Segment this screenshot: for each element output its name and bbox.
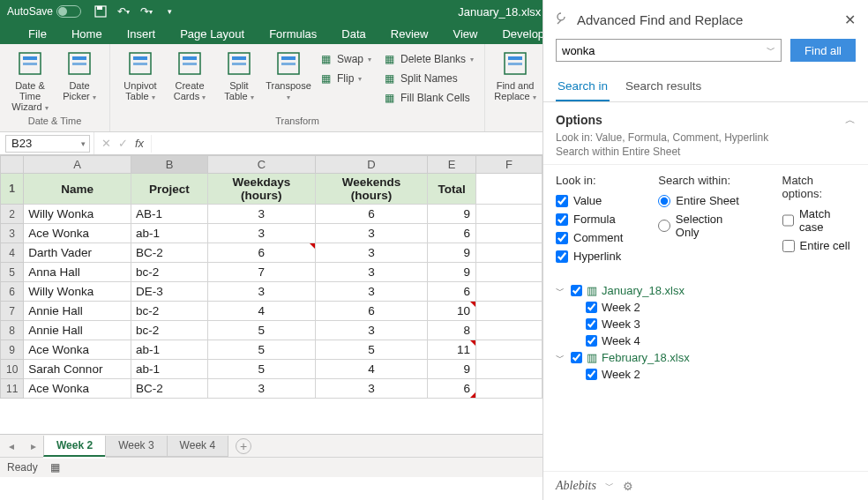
cell[interactable]: ab-1 <box>131 360 207 379</box>
row-header[interactable]: 8 <box>1 321 24 340</box>
cell[interactable] <box>475 282 542 302</box>
cell[interactable]: ab-1 <box>131 340 207 360</box>
tab-view[interactable]: View <box>440 24 490 44</box>
col-header[interactable]: E <box>428 156 476 174</box>
macro-record-icon[interactable]: ▦ <box>50 461 60 474</box>
cell[interactable]: 3 <box>315 263 428 282</box>
cell[interactable]: 3 <box>208 224 316 243</box>
sheet-tab[interactable]: Week 2 <box>43 436 106 457</box>
row-header[interactable]: 6 <box>1 282 24 302</box>
cell[interactable]: ab-1 <box>131 224 207 243</box>
cell[interactable]: 3 <box>315 379 428 399</box>
search-input[interactable] <box>562 44 767 57</box>
row-header[interactable]: 1 <box>1 174 24 205</box>
search-box[interactable]: ﹀ <box>556 39 782 62</box>
cell[interactable]: 6 <box>315 302 428 321</box>
options-section[interactable]: ︿ Options Look in: Value, Formula, Comme… <box>543 102 868 165</box>
chevron-down-icon[interactable]: ﹀ <box>556 285 566 297</box>
cell[interactable]: 4 <box>208 302 316 321</box>
tree-file[interactable]: ﹀▥February_18.xlsx <box>556 349 856 366</box>
cell[interactable] <box>475 321 542 340</box>
cell[interactable]: 9 <box>428 360 476 379</box>
cell[interactable] <box>475 205 542 224</box>
pane-tab[interactable]: Search results <box>624 76 703 101</box>
row-header[interactable]: 7 <box>1 302 24 321</box>
cell[interactable]: 4 <box>315 360 428 379</box>
fx-icon[interactable]: fx <box>135 137 144 150</box>
cell[interactable]: Willy Wonka <box>24 205 131 224</box>
cell[interactable] <box>475 379 542 399</box>
row-header[interactable]: 9 <box>1 340 24 360</box>
header-cell[interactable]: Weekends (hours) <box>315 174 428 205</box>
cell[interactable]: 5 <box>208 360 316 379</box>
header-cell[interactable]: Weekdays (hours) <box>208 174 316 205</box>
cell[interactable]: 10 <box>428 302 476 321</box>
cell[interactable]: 3 <box>208 205 316 224</box>
tree-sheet[interactable]: Week 3 <box>556 316 856 332</box>
search-dropdown-icon[interactable]: ﹀ <box>767 44 775 56</box>
cell[interactable] <box>475 340 542 360</box>
lookin-comment[interactable]: Comment <box>556 231 623 244</box>
ribbon-btn-flip[interactable]: ▦Flip ▾ <box>317 69 373 88</box>
name-box[interactable]: B23 <box>5 135 90 153</box>
tree-file[interactable]: ﹀▥January_18.xlsx <box>556 282 856 299</box>
cancel-icon[interactable]: ✕ <box>101 137 111 150</box>
ribbon-btn-split-names[interactable]: ▦Split Names <box>380 69 475 88</box>
tab-insert[interactable]: Insert <box>115 24 168 44</box>
cell[interactable]: 3 <box>315 243 428 263</box>
cell[interactable] <box>475 224 542 243</box>
redo-icon[interactable]: ↷ ▾ <box>139 4 153 19</box>
cell[interactable]: BC-2 <box>131 379 207 399</box>
col-header[interactable] <box>1 156 24 174</box>
header-cell[interactable]: Name <box>24 174 131 205</box>
close-icon[interactable]: ✕ <box>844 11 856 28</box>
ribbon-btn-transpose[interactable]: Transpose ▾ <box>264 48 313 105</box>
col-header[interactable]: F <box>475 156 542 174</box>
col-header[interactable]: D <box>315 156 428 174</box>
cell[interactable]: 5 <box>315 340 428 360</box>
lookin-hyperlink[interactable]: Hyperlink <box>556 250 623 263</box>
match-match-case[interactable]: Match case <box>782 207 856 234</box>
cell[interactable]: Ace Wonka <box>24 340 131 360</box>
cell[interactable] <box>475 360 542 379</box>
ribbon-btn-split-table[interactable]: SplitTable ▾ <box>214 48 264 105</box>
col-header[interactable]: C <box>208 156 316 174</box>
ribbon-btn-unpivot-table[interactable]: UnpivotTable ▾ <box>116 48 165 105</box>
tab-home[interactable]: Home <box>59 24 115 44</box>
ribbon-btn-date-picker[interactable]: DatePicker ▾ <box>55 48 104 105</box>
cell[interactable]: 7 <box>208 263 316 282</box>
cell[interactable]: Sarah Connor <box>24 360 131 379</box>
ribbon-btn-find-and-replace[interactable]: Find andReplace ▾ <box>490 48 540 105</box>
cell[interactable]: 9 <box>428 243 476 263</box>
cell[interactable]: Darth Vader <box>24 243 131 263</box>
cell[interactable]: bc-2 <box>131 263 207 282</box>
chevron-down-icon[interactable]: ﹀ <box>556 352 566 364</box>
pane-tab[interactable]: Search in <box>556 76 610 101</box>
cell[interactable]: 8 <box>428 321 476 340</box>
cell[interactable]: AB-1 <box>131 205 207 224</box>
cell[interactable]: Anna Hall <box>24 263 131 282</box>
cell[interactable]: 3 <box>315 282 428 302</box>
tab-formulas[interactable]: Formulas <box>257 24 329 44</box>
cell[interactable]: Ace Wonka <box>24 224 131 243</box>
cell[interactable]: bc-2 <box>131 302 207 321</box>
autosave-toggle[interactable] <box>56 5 81 18</box>
searchwithin-entire-sheet[interactable]: Entire Sheet <box>658 194 746 207</box>
col-header[interactable]: B <box>131 156 207 174</box>
cell[interactable]: Ace Wonka <box>24 379 131 399</box>
lookin-value[interactable]: Value <box>556 194 623 207</box>
chevron-up-icon[interactable]: ︿ <box>845 113 856 128</box>
cell[interactable]: 6 <box>428 282 476 302</box>
find-all-button[interactable]: Find all <box>790 39 856 62</box>
row-header[interactable]: 4 <box>1 243 24 263</box>
cell[interactable]: 5 <box>208 340 316 360</box>
ribbon-btn-create-cards[interactable]: CreateCards ▾ <box>165 48 214 105</box>
cell[interactable]: 11 <box>428 340 476 360</box>
ribbon-btn-swap[interactable]: ▦Swap ▾ <box>317 49 373 69</box>
row-header[interactable]: 5 <box>1 263 24 282</box>
row-header[interactable]: 10 <box>1 360 24 379</box>
cell[interactable]: 3 <box>208 282 316 302</box>
tab-review[interactable]: Review <box>378 24 441 44</box>
searchwithin-selection-only[interactable]: Selection Only <box>658 213 746 239</box>
row-header[interactable]: 2 <box>1 205 24 224</box>
